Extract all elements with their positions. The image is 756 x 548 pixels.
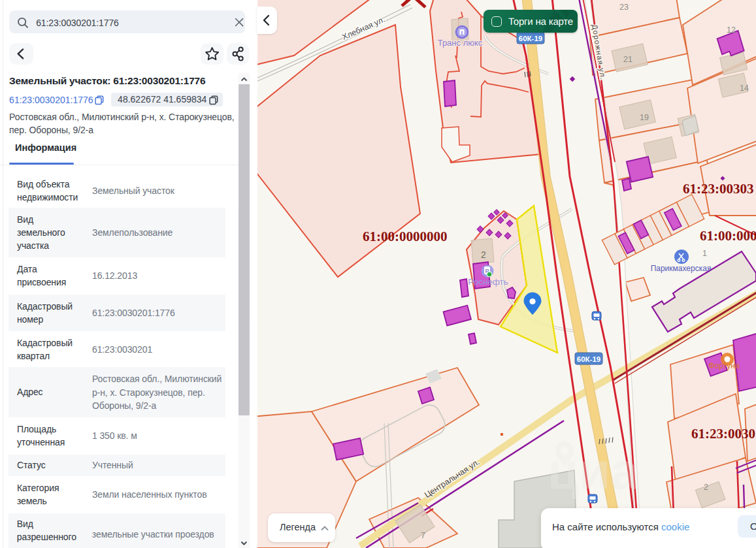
svg-text:19: 19: [640, 113, 649, 122]
svg-text:7: 7: [421, 531, 425, 540]
svg-text:Фортуна: Фортуна: [708, 361, 739, 370]
svg-text:61:23:00303: 61:23:00303: [683, 181, 754, 197]
svg-text:61:23:0030: 61:23:0030: [691, 426, 755, 442]
svg-text:1: 1: [702, 249, 707, 258]
svg-text:Парикмахерская: Парикмахерская: [651, 264, 712, 273]
svg-text:61:00:000: 61:00:000: [700, 228, 756, 244]
svg-text:Транс люкс: Транс люкс: [438, 38, 483, 48]
svg-text:61:00:0000000: 61:00:0000000: [363, 229, 448, 244]
svg-text:23: 23: [619, 3, 629, 12]
svg-text:Роснефть: Роснефть: [468, 277, 508, 287]
svg-text:21: 21: [623, 55, 633, 64]
svg-text:циа: циа: [548, 442, 639, 500]
svg-text:60К-19: 60К-19: [519, 35, 542, 42]
svg-text:2: 2: [704, 483, 708, 492]
svg-text:14: 14: [740, 84, 749, 93]
svg-text:60К-19: 60К-19: [577, 355, 600, 363]
svg-text:2: 2: [481, 250, 486, 260]
svg-text:12: 12: [727, 25, 736, 35]
